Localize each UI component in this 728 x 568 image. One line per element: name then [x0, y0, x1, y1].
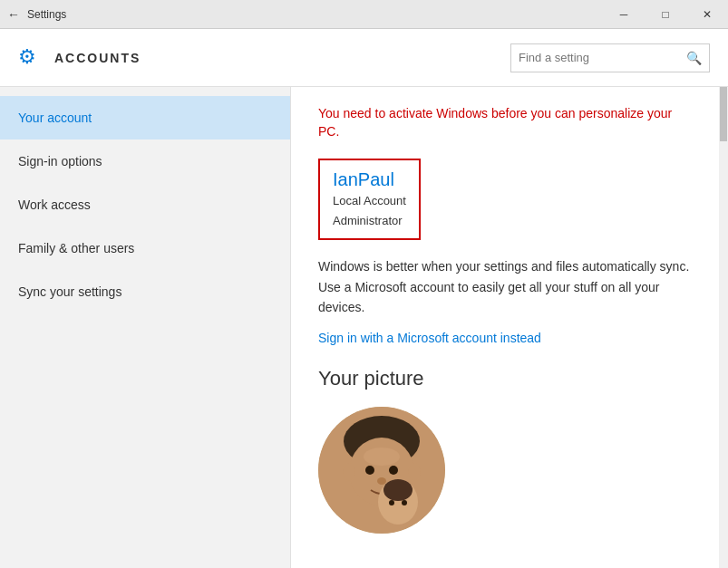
- sidebar-item-sync-settings[interactable]: Sync your settings: [0, 270, 290, 313]
- sidebar-item-work-access[interactable]: Work access: [0, 183, 290, 226]
- svg-point-11: [389, 500, 394, 505]
- titlebar: ← Settings ─ □ ✕: [0, 0, 728, 29]
- svg-point-6: [343, 463, 355, 481]
- titlebar-controls: ─ □ ✕: [603, 0, 728, 29]
- sidebar-item-family-other-users[interactable]: Family & other users: [0, 226, 290, 270]
- svg-point-8: [364, 448, 400, 466]
- close-button[interactable]: ✕: [686, 0, 728, 29]
- app-header: ⚙ ACCOUNTS 🔍: [0, 29, 728, 87]
- back-button[interactable]: ←: [7, 7, 20, 22]
- sync-description: Windows is better when your settings and…: [318, 256, 692, 317]
- search-icon: 🔍: [679, 51, 709, 65]
- titlebar-title: Settings: [27, 8, 66, 21]
- sidebar-item-label: Work access: [18, 197, 91, 212]
- sidebar-item-label: Your account: [18, 111, 92, 125]
- svg-point-4: [389, 466, 398, 475]
- avatar: [318, 407, 445, 534]
- svg-point-5: [377, 477, 386, 485]
- activation-warning: You need to activate Windows before you …: [318, 105, 692, 140]
- gear-icon: ⚙: [18, 45, 44, 71]
- scrollbar-thumb[interactable]: [720, 87, 727, 141]
- sidebar-item-label: Sign-in options: [18, 154, 102, 168]
- main-content: You need to activate Windows before you …: [290, 87, 719, 568]
- svg-point-7: [408, 463, 421, 481]
- sidebar: Your account Sign-in options Work access…: [0, 87, 290, 568]
- user-name: IanPaul: [333, 169, 406, 190]
- maximize-button[interactable]: □: [645, 0, 686, 29]
- header-left: ⚙ ACCOUNTS: [18, 45, 141, 71]
- user-role-line1: Local Account: [333, 192, 406, 210]
- user-card: IanPaul Local Account Administrator: [318, 159, 421, 240]
- svg-point-3: [365, 466, 374, 475]
- ms-account-link[interactable]: Sign in with a Microsoft account instead: [318, 331, 541, 345]
- svg-point-12: [402, 500, 407, 505]
- svg-point-10: [383, 479, 413, 501]
- search-box[interactable]: 🔍: [510, 43, 710, 72]
- app-title: ACCOUNTS: [54, 51, 141, 65]
- sidebar-item-label: Family & other users: [18, 241, 134, 255]
- search-input[interactable]: [511, 51, 679, 64]
- user-role-line2: Administrator: [333, 212, 406, 230]
- titlebar-left: ← Settings: [7, 7, 66, 22]
- avatar-image: [318, 407, 445, 534]
- sidebar-item-sign-in-options[interactable]: Sign-in options: [0, 140, 290, 183]
- main-layout: Your account Sign-in options Work access…: [0, 87, 728, 568]
- your-picture-title: Your picture: [318, 367, 692, 390]
- minimize-button[interactable]: ─: [603, 0, 645, 29]
- sidebar-item-your-account[interactable]: Your account: [0, 96, 290, 140]
- sidebar-item-label: Sync your settings: [18, 284, 121, 299]
- scrollbar[interactable]: [719, 87, 728, 568]
